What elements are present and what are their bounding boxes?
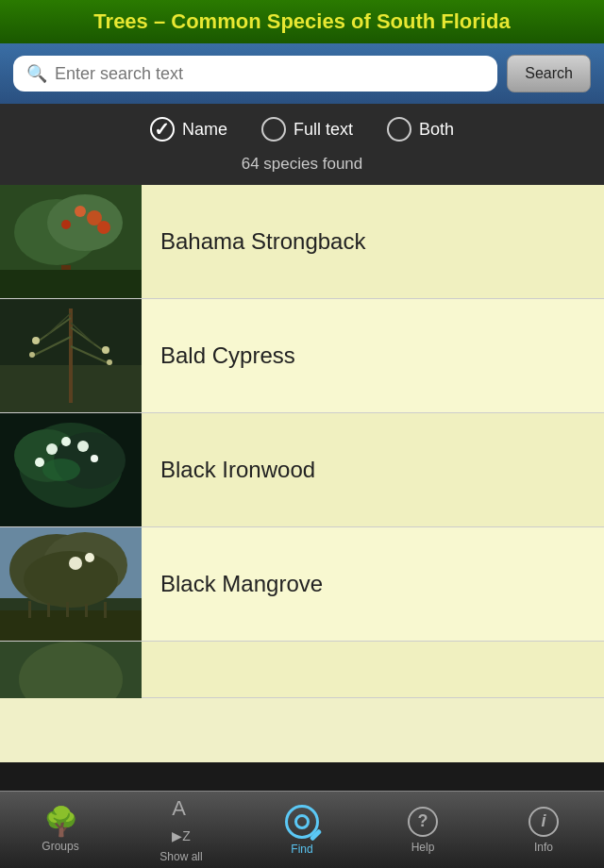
svg-rect-39: [0, 610, 142, 641]
list-item[interactable]: Black Ironwood: [0, 413, 604, 527]
search-icon: 🔍: [26, 63, 47, 84]
filter-fulltext[interactable]: Full text: [261, 117, 353, 142]
svg-point-6: [61, 220, 71, 229]
title-bar: Trees – Common Species of South Florida: [0, 0, 604, 43]
tab-find[interactable]: Find: [242, 792, 362, 868]
filter-name-label: Name: [182, 120, 227, 140]
list-item[interactable]: Bahama Strongback: [0, 185, 604, 299]
help-icon: ?: [408, 807, 438, 837]
tab-help-label: Help: [411, 841, 435, 854]
app-title: Trees – Common Species of South Florida: [11, 9, 593, 34]
species-thumb: [0, 413, 142, 526]
svg-point-38: [85, 553, 94, 562]
filter-fulltext-radio[interactable]: [261, 117, 286, 142]
filter-name[interactable]: ✓ Name: [150, 117, 227, 142]
tab-groups-label: Groups: [42, 840, 78, 853]
search-area: 🔍 Search: [0, 43, 604, 104]
filter-fulltext-label: Full text: [294, 120, 353, 140]
filter-both-radio[interactable]: [387, 117, 411, 142]
count-text: 64 species found: [242, 155, 363, 173]
tab-info-label: Info: [534, 841, 553, 854]
species-name: Bald Cypress: [142, 342, 314, 369]
svg-point-21: [107, 359, 112, 365]
filter-name-radio[interactable]: ✓: [150, 117, 175, 142]
species-list[interactable]: Bahama Strongback Bald Cypr: [0, 185, 604, 762]
svg-point-18: [32, 337, 40, 344]
az-icon: A▶Z: [172, 796, 191, 846]
svg-rect-8: [0, 270, 142, 298]
list-item[interactable]: Bald Cypress: [0, 299, 604, 413]
tab-bar: 🌳 Groups A▶Z Show all Find ? Help i Info: [0, 791, 604, 868]
svg-rect-42: [66, 602, 69, 617]
svg-point-19: [102, 346, 109, 354]
svg-rect-40: [28, 601, 31, 618]
tab-groups[interactable]: 🌳 Groups: [0, 792, 121, 868]
species-name: Black Ironwood: [142, 457, 334, 483]
svg-point-27: [61, 437, 71, 446]
species-thumb: [0, 299, 142, 412]
info-icon: i: [528, 807, 559, 837]
search-button[interactable]: Search: [507, 55, 591, 92]
tree-icon: 🌳: [43, 808, 78, 836]
tab-info[interactable]: i Info: [483, 792, 604, 868]
checkmark-icon: ✓: [154, 118, 170, 141]
svg-point-2: [47, 194, 123, 251]
tab-find-label: Find: [291, 843, 312, 856]
svg-rect-41: [47, 603, 50, 617]
tab-showall-label: Show all: [159, 850, 202, 863]
svg-rect-44: [104, 602, 107, 618]
species-thumb: [0, 185, 142, 298]
species-count: 64 species found: [0, 155, 604, 185]
list-item[interactable]: Black Mangrove: [0, 527, 604, 642]
svg-point-26: [46, 443, 58, 455]
svg-point-30: [35, 458, 44, 467]
tab-showall[interactable]: A▶Z Show all: [121, 792, 242, 868]
find-search-icon: [285, 805, 319, 839]
svg-point-37: [69, 557, 82, 570]
svg-rect-43: [85, 604, 88, 617]
svg-point-4: [75, 206, 86, 217]
species-thumb: [0, 642, 142, 698]
species-thumb: [0, 527, 142, 641]
tab-help[interactable]: ? Help: [362, 792, 483, 868]
search-input-wrapper[interactable]: 🔍: [13, 56, 497, 92]
filter-both[interactable]: Both: [387, 117, 454, 142]
species-name: Black Mangrove: [142, 571, 342, 597]
svg-point-31: [42, 459, 80, 481]
svg-point-5: [97, 221, 110, 234]
species-name: Bahama Strongback: [142, 228, 384, 255]
svg-point-29: [91, 455, 98, 462]
search-input[interactable]: [55, 64, 484, 84]
svg-point-28: [77, 441, 89, 452]
filter-both-label: Both: [419, 120, 454, 140]
filter-row: ✓ Name Full text Both: [0, 104, 604, 155]
list-item[interactable]: [0, 642, 604, 698]
svg-point-20: [29, 352, 35, 358]
